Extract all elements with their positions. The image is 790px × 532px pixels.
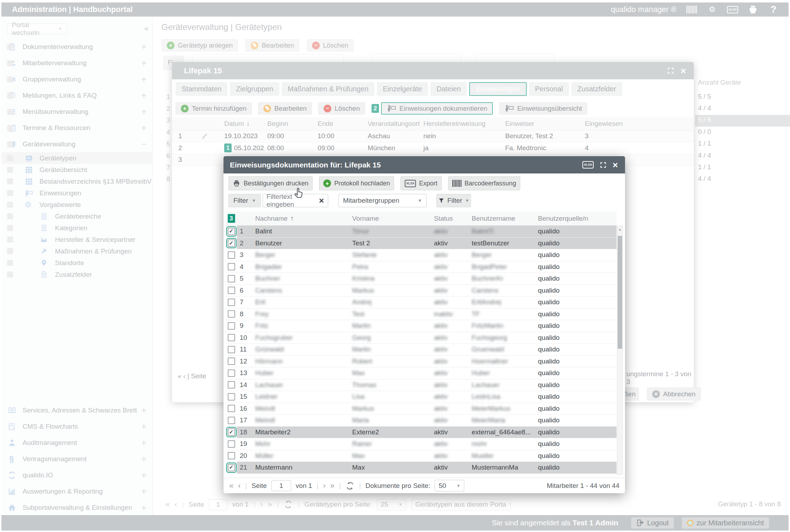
col-benutzername[interactable]: Benutzername (469, 215, 535, 222)
table-row[interactable]: 8 Frey Test inaktiv TF qualido (226, 308, 617, 320)
row-checkbox[interactable] (228, 287, 235, 294)
clear-filter-icon[interactable]: ✕ (319, 197, 324, 205)
table-row[interactable]: 11 Grünwald Martin aktiv Gruenwald quali… (226, 344, 617, 356)
printer-icon[interactable] (748, 4, 758, 15)
barcode-capture-button[interactable]: Barcodeerfassung (448, 176, 520, 190)
doc-modal-header[interactable]: Einweisungsdokumentation für: Lifepak 15… (223, 156, 625, 173)
table-row[interactable]: 20 Müller Max aktiv Mueller qualido (226, 450, 617, 462)
row-checkbox[interactable]: ✓ (228, 239, 235, 247)
first-page-button[interactable]: « (229, 481, 233, 490)
page-input[interactable]: 1 (271, 480, 291, 491)
row-checkbox[interactable] (228, 405, 235, 412)
close-icon[interactable]: × (613, 160, 618, 170)
nachname-cell: Berger (255, 251, 275, 259)
row-checkbox[interactable] (228, 381, 235, 389)
scroll-up-icon[interactable]: ▲ (617, 226, 623, 232)
table-row[interactable]: 5 Buchner Kristina aktiv BuchnerKr quali… (226, 273, 617, 285)
row-checkbox[interactable] (228, 334, 235, 341)
vorname-cell: Max (352, 464, 365, 471)
row-checkbox[interactable] (228, 322, 235, 330)
row-number: 8 (237, 310, 252, 318)
row-checkbox[interactable]: ✓ (228, 464, 235, 471)
benutzerquelle-cell: qualido (538, 452, 559, 460)
doc-toolbar: Bestätigungen drucken + Protokoll hochla… (228, 176, 520, 190)
table-row[interactable]: 6 Carstens Markus aktiv Carstens qualido (226, 285, 617, 297)
table-row[interactable]: ✓ 21 Mustermann Max aktiv MustermannMa q… (226, 462, 617, 474)
top-bar: Administration | Handbuchportal qualido … (1, 2, 789, 17)
table-row[interactable]: 4 Brigadier Petra aktiv BrigadPeter qual… (226, 261, 617, 273)
maximize-icon[interactable] (600, 161, 607, 169)
scrollbar-thumb[interactable] (618, 236, 622, 349)
table-row[interactable]: 10 Fuchsgruber Georg aktiv Fuchsgeorg qu… (226, 332, 617, 344)
row-checkbox[interactable] (228, 440, 235, 448)
benutzerquelle-cell: qualido (538, 334, 559, 342)
row-checkbox[interactable] (228, 369, 235, 377)
status-cell: aktiv (434, 287, 448, 294)
row-checkbox[interactable] (228, 346, 235, 353)
filter-dropdown-button[interactable]: Filter ▼ (228, 194, 261, 207)
table-row[interactable]: 16 Meindl Markus aktiv MeierMarkus quali… (226, 403, 617, 415)
table-row[interactable]: ✓ 2 Benutzer Test 2 aktiv testBenutzer q… (226, 238, 617, 250)
row-checkbox[interactable] (228, 357, 235, 365)
col-vorname[interactable]: Vorname (349, 215, 431, 222)
row-checkbox[interactable] (228, 275, 235, 282)
gears-icon[interactable]: ⚙ (707, 4, 717, 15)
row-checkbox[interactable] (228, 299, 235, 306)
status-cell: aktiv (434, 381, 448, 389)
scrollbar[interactable]: ▲ (617, 226, 623, 475)
help-icon[interactable]: ? (768, 4, 779, 15)
table-row[interactable]: 17 Meindl Maria aktiv MeierMaria qualido (226, 415, 617, 427)
col-status[interactable]: Status (431, 215, 469, 222)
row-checkbox[interactable] (228, 417, 235, 424)
export-button[interactable]: XLSX Export (400, 176, 442, 190)
mitarbeitergruppen-select[interactable]: Mitarbeitergruppen ▼ (338, 194, 427, 207)
benutzerquelle-cell: qualido (538, 357, 559, 365)
status-cell: aktiv (434, 322, 448, 330)
logout-button[interactable]: Logout (631, 517, 674, 529)
row-checkbox[interactable]: ✓ (228, 228, 235, 235)
status-bar: Sie sind angemeldet als Test 1 Admin Log… (1, 515, 789, 531)
barcode-icon[interactable] (686, 4, 697, 15)
table-row[interactable]: 12 Hörmann Robert aktiv Hoermallner qual… (226, 356, 617, 368)
row-checkbox[interactable] (228, 393, 235, 400)
vorname-cell: Kristina (352, 275, 374, 282)
sort-asc-icon: ↑ (290, 215, 294, 222)
per-page-select[interactable]: 50 ▼ (435, 480, 464, 491)
row-number: 17 (237, 416, 252, 424)
table-row[interactable]: 7 Ertl Andrej aktiv ErtlAndrej qualido (226, 296, 617, 308)
refresh-icon[interactable] (345, 481, 355, 490)
nachname-cell: Mustermann (255, 464, 293, 471)
upload-protocol-button[interactable]: + Protokoll hochladen (319, 176, 394, 190)
table-row[interactable]: 3 Berger Stefanie aktiv Berger qualido (226, 249, 617, 261)
table-row[interactable]: ✓ 1 Balint Timur aktiv BalintTi qualido (226, 226, 617, 238)
table-row[interactable]: 15 Leidner Lisa aktiv LeidnLisa qualido (226, 391, 617, 403)
row-checkbox[interactable]: ✓ (228, 428, 235, 436)
row-checkbox[interactable] (228, 251, 235, 259)
table-row[interactable]: 9 Fritz Martin aktiv FritzMartin qualido (226, 320, 617, 332)
vorname-cell: Andrej (352, 298, 372, 306)
next-page-button[interactable]: › (323, 481, 325, 490)
nachname-cell: Meindl (255, 416, 275, 424)
col-benutzerquelle[interactable]: Benutzerquelle/n (535, 215, 617, 222)
xlsx-export-icon[interactable]: XLSX (582, 161, 594, 169)
table-row[interactable]: ✓ 18 Mitarbeiter2 Externe2 aktiv externa… (226, 427, 617, 439)
table-row[interactable]: 14 Lachauer Thomas aktiv Lachauer qualid… (226, 379, 617, 391)
row-number: 1 (237, 227, 252, 235)
row-checkbox[interactable] (228, 263, 235, 270)
zur-mitarbeiteransicht-button[interactable]: zur Mitarbeiteransicht (682, 517, 769, 529)
row-checkbox[interactable] (228, 452, 235, 459)
xlsx-icon[interactable]: XLSX (727, 4, 738, 15)
last-page-button[interactable]: » (330, 481, 335, 490)
prev-page-button[interactable]: ‹ (238, 481, 240, 490)
printer-icon (233, 179, 240, 187)
filter-funnel-button[interactable]: Filter ▼ (436, 194, 471, 207)
table-row[interactable]: 19 Mohr Rainer aktiv mohr qualido (226, 438, 617, 450)
col-nachname[interactable]: Nachname ↑ (252, 215, 349, 222)
status-cell: aktiv (434, 357, 448, 365)
row-checkbox[interactable] (228, 310, 235, 318)
table-row[interactable]: 13 Huber Max aktiv Huber qualido (226, 367, 617, 379)
vorname-cell: Markus (352, 405, 374, 412)
nachname-cell: Benutzer (255, 239, 282, 247)
nachname-cell: Buchner (255, 275, 280, 282)
row-number: 9 (237, 322, 252, 330)
